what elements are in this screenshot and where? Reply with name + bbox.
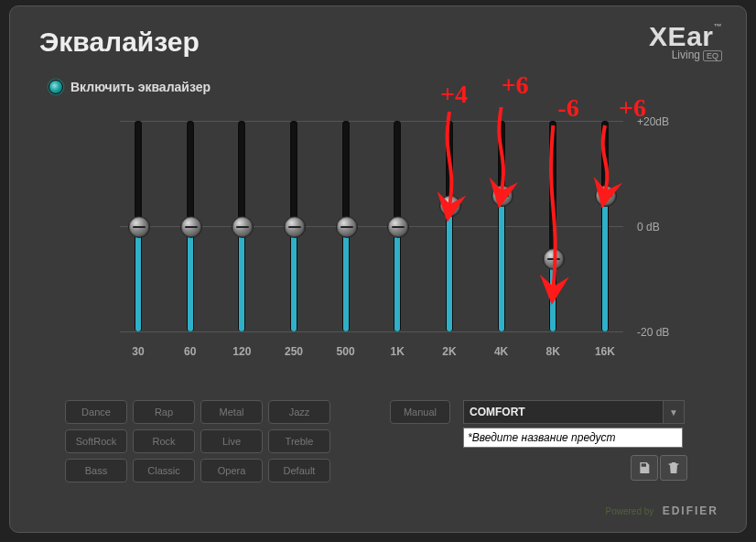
band-label: 4K	[483, 345, 520, 358]
preset-opera[interactable]: Opera	[200, 459, 263, 482]
preset-rock[interactable]: Rock	[133, 429, 195, 453]
band-label: 8K	[535, 345, 571, 358]
enable-equalizer-toggle[interactable]: Включить эквалайзер	[49, 80, 211, 94]
slider-thumb[interactable]	[543, 248, 565, 270]
brand-logo: XEar™ LivingEQ	[649, 23, 722, 61]
slider-thumb[interactable]	[491, 185, 513, 207]
eq-band-60: 60	[172, 112, 209, 368]
preset-grid: DanceRapMetalJazzSoftRockRockLiveTrebleB…	[65, 400, 330, 482]
slider-fill	[447, 205, 452, 331]
slider-fill	[343, 226, 349, 331]
slider-fill	[394, 226, 400, 331]
equalizer-area: +20dB 0 dB -20 dB 30601202505001K2K4K8K1…	[65, 112, 687, 368]
eq-bands: 30601202505001K2K4K8K16K	[120, 112, 623, 368]
footer: Powered by EDIFIER	[606, 504, 719, 517]
preset-default[interactable]: Default	[268, 459, 330, 482]
eq-band-4K: 4K	[483, 112, 520, 368]
band-label: 500	[328, 345, 364, 358]
scale-mid: 0 dB	[637, 221, 660, 233]
slider-thumb[interactable]	[387, 216, 409, 238]
slider-fill	[602, 195, 608, 332]
scale-bot: -20 dB	[637, 326, 669, 339]
preset-select-value: COMFORT	[464, 406, 663, 418]
slider-fill	[291, 226, 297, 331]
radio-icon	[49, 80, 63, 94]
save-button[interactable]	[631, 455, 658, 481]
slider-fill	[239, 226, 244, 331]
eq-band-250: 250	[275, 112, 312, 368]
preset-jazz[interactable]: Jazz	[268, 400, 330, 424]
eq-band-120: 120	[223, 112, 260, 368]
scale-top: +20dB	[637, 115, 669, 128]
preset-metal[interactable]: Metal	[200, 400, 263, 424]
slider-thumb[interactable]	[128, 216, 150, 238]
eq-band-30: 30	[120, 112, 157, 368]
band-label: 120	[223, 345, 260, 358]
eq-panel: Эквалайзер XEar™ LivingEQ Включить эквал…	[9, 5, 747, 533]
enable-label: Включить эквалайзер	[70, 80, 211, 94]
eq-band-2K: 2K	[431, 112, 468, 368]
slider-thumb[interactable]	[284, 216, 306, 238]
slider-thumb[interactable]	[439, 195, 461, 217]
band-label: 1K	[379, 345, 416, 358]
band-label: 16K	[587, 345, 623, 358]
preset-bass[interactable]: Bass	[65, 459, 127, 482]
chevron-down-icon: ▼	[663, 401, 684, 423]
manual-button[interactable]: Manual	[390, 400, 450, 424]
preset-classic[interactable]: Classic	[133, 459, 195, 482]
eq-band-16K: 16K	[587, 112, 623, 368]
preset-dance[interactable]: Dance	[65, 400, 127, 424]
band-label: 30	[120, 345, 157, 358]
preset-rap[interactable]: Rap	[133, 400, 195, 424]
slider-thumb[interactable]	[232, 216, 254, 238]
slider-fill	[499, 195, 504, 332]
preset-select[interactable]: COMFORT ▼	[463, 400, 685, 424]
page-title: Эквалайзер	[39, 27, 200, 58]
band-label: 250	[275, 345, 312, 358]
eq-band-8K: 8K	[535, 112, 571, 368]
slider-fill	[188, 226, 193, 331]
preset-name-input[interactable]	[463, 428, 683, 448]
slider-thumb[interactable]	[336, 216, 358, 238]
slider-fill	[135, 226, 141, 331]
delete-button[interactable]	[660, 455, 687, 481]
floppy-icon	[637, 461, 652, 475]
eq-band-1K: 1K	[379, 112, 416, 368]
band-label: 2K	[431, 345, 468, 358]
eq-band-500: 500	[328, 112, 364, 368]
preset-live[interactable]: Live	[200, 429, 263, 453]
slider-thumb[interactable]	[595, 185, 617, 207]
slider-thumb[interactable]	[180, 216, 202, 238]
preset-softrock[interactable]: SoftRock	[65, 429, 127, 453]
band-label: 60	[172, 345, 209, 358]
trash-icon	[666, 461, 681, 475]
preset-treble[interactable]: Treble	[268, 429, 330, 453]
